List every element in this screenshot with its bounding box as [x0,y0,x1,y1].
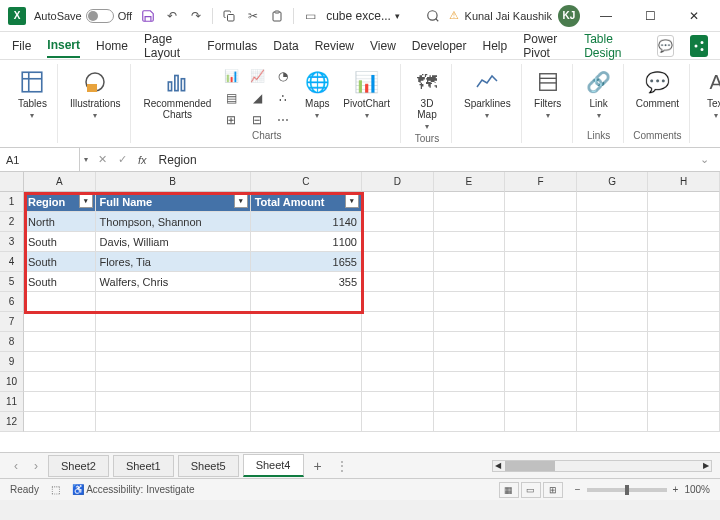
tables-button[interactable]: Tables ▾ [14,66,51,122]
zoom-control[interactable]: − + 100% [575,484,710,495]
cell[interactable]: Thompson, Shannon [96,212,251,232]
cell[interactable] [96,392,251,412]
row-header[interactable]: 4 [0,252,24,272]
name-box[interactable]: A1 [0,148,80,171]
row-header[interactable]: 12 [0,412,24,432]
cell[interactable] [24,292,96,312]
cell[interactable] [577,392,649,412]
table-header-cell[interactable]: Region▾ [24,192,96,212]
zoom-slider[interactable] [587,488,667,492]
col-header[interactable]: E [434,172,506,192]
accessibility-status[interactable]: ♿ Accessibility: Investigate [72,484,195,495]
tab-data[interactable]: Data [273,35,298,57]
add-sheet-button[interactable]: + [308,458,328,474]
combo-chart-icon[interactable]: ⊞ [219,110,243,130]
cell[interactable] [648,272,720,292]
cell[interactable] [362,252,434,272]
cell[interactable] [648,412,720,432]
filename[interactable]: cube exce... ▾ [326,9,400,23]
cell[interactable]: 1100 [251,232,362,252]
cell[interactable] [96,372,251,392]
col-header[interactable]: D [362,172,434,192]
cell[interactable] [251,412,362,432]
select-all-corner[interactable] [0,172,24,192]
tab-table-design[interactable]: Table Design [584,28,633,64]
cell[interactable] [362,332,434,352]
cell[interactable] [434,392,506,412]
tab-page-layout[interactable]: Page Layout [144,28,191,64]
cell[interactable] [577,232,649,252]
cell[interactable]: Walfers, Chris [96,272,251,292]
cell[interactable] [362,352,434,372]
cell[interactable] [505,252,577,272]
cell[interactable]: 1655 [251,252,362,272]
link-button[interactable]: 🔗 Link ▾ [581,66,617,122]
tab-file[interactable]: File [12,35,31,57]
scrollbar-thumb[interactable] [505,461,555,471]
cell[interactable] [648,252,720,272]
cell[interactable] [577,272,649,292]
cell[interactable] [577,332,649,352]
row-header[interactable]: 2 [0,212,24,232]
illustrations-button[interactable]: Illustrations ▾ [66,66,125,122]
cell[interactable]: South [24,272,96,292]
undo-icon[interactable]: ↶ [164,8,180,24]
tab-insert[interactable]: Insert [47,34,80,58]
cell[interactable] [96,292,251,312]
cell[interactable] [434,412,506,432]
cell[interactable] [362,192,434,212]
sheet-nav-next-icon[interactable]: › [28,459,44,473]
sheet-nav-prev-icon[interactable]: ‹ [8,459,24,473]
sheet-tab[interactable]: Sheet2 [48,455,109,477]
cell[interactable] [24,352,96,372]
page-layout-view-button[interactable]: ▭ [521,482,541,498]
paste-icon[interactable] [269,8,285,24]
normal-view-button[interactable]: ▦ [499,482,519,498]
macro-record-icon[interactable]: ⬚ [51,484,60,495]
formula-input[interactable]: Region [153,153,694,167]
col-header[interactable]: A [24,172,96,192]
maps-button[interactable]: 🌐 Maps ▾ [299,66,335,122]
copy-icon[interactable] [221,8,237,24]
line-chart-icon[interactable]: 📈 [245,66,269,86]
cell[interactable] [434,232,506,252]
page-break-view-button[interactable]: ⊞ [543,482,563,498]
comment-button[interactable]: 💬 Comment [632,66,683,111]
sheet-menu-icon[interactable]: ⋮ [332,459,352,473]
cell[interactable] [434,212,506,232]
cell[interactable] [648,292,720,312]
cell[interactable]: South [24,232,96,252]
share-button[interactable] [690,35,708,57]
cell[interactable] [434,292,506,312]
area-chart-icon[interactable]: ◢ [245,88,269,108]
cell[interactable] [505,192,577,212]
row-header[interactable]: 9 [0,352,24,372]
autosave-toggle[interactable]: AutoSave Off [34,9,132,23]
cell[interactable] [505,292,577,312]
cell[interactable] [434,332,506,352]
save-icon[interactable] [140,8,156,24]
cell[interactable] [577,292,649,312]
user-account[interactable]: ⚠ Kunal Jai Kaushik KJ [449,5,580,27]
cell[interactable] [648,192,720,212]
redo-icon[interactable]: ↷ [188,8,204,24]
tab-home[interactable]: Home [96,35,128,57]
row-header[interactable]: 10 [0,372,24,392]
cell[interactable] [577,192,649,212]
cell[interactable] [577,312,649,332]
pivotchart-button[interactable]: 📊 PivotChart ▾ [339,66,394,122]
minimize-button[interactable]: — [588,2,624,30]
cell[interactable] [434,372,506,392]
cell[interactable] [505,212,577,232]
pie-chart-icon[interactable]: ◔ [271,66,295,86]
cell[interactable] [577,352,649,372]
col-header[interactable]: C [251,172,362,192]
col-header[interactable]: H [648,172,720,192]
more-charts-icon[interactable]: ⋯ [271,110,295,130]
cell[interactable] [648,212,720,232]
cell[interactable] [96,312,251,332]
cancel-formula-icon[interactable]: ✕ [92,153,112,166]
cell[interactable]: Davis, William [96,232,251,252]
cell[interactable] [251,372,362,392]
cell[interactable]: Flores, Tia [96,252,251,272]
